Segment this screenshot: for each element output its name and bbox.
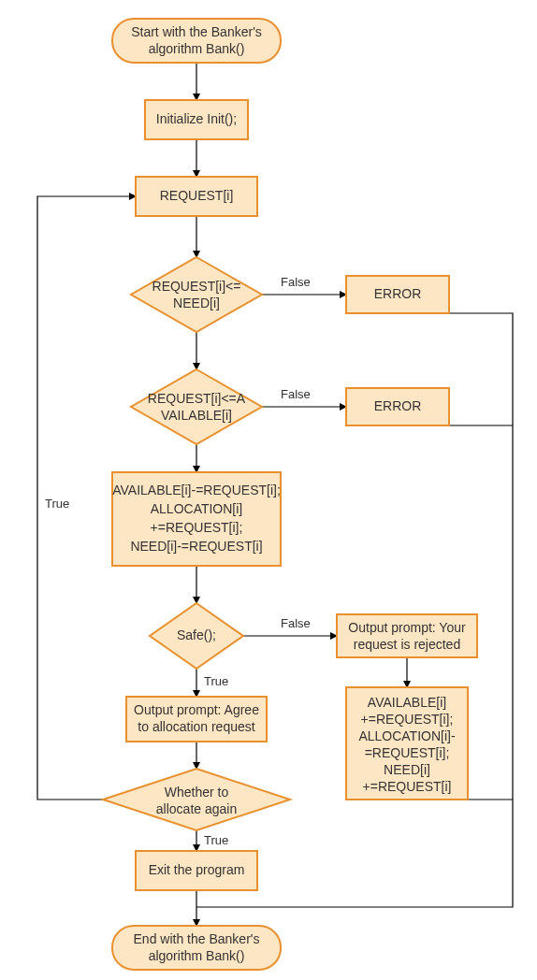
- svg-text:Exit the program: Exit the program: [149, 862, 245, 877]
- svg-text:VAILABLE[i]: VAILABLE[i]: [161, 408, 232, 423]
- terminator-start: Start with the Banker's algorithm Bank(): [112, 19, 281, 63]
- label-true: True: [204, 833, 228, 847]
- svg-text:REQUEST[i]<=A: REQUEST[i]<=A: [148, 391, 246, 406]
- svg-text:+=REQUEST[i];: +=REQUEST[i];: [361, 712, 454, 727]
- svg-text:Safe();: Safe();: [177, 627, 216, 642]
- svg-text:ALLOCATION[i]: ALLOCATION[i]: [151, 501, 243, 516]
- decision-safe: Safe();: [150, 603, 243, 669]
- svg-text:to allocation request: to allocation request: [138, 719, 254, 734]
- process-init: Initialize Init();: [145, 100, 248, 139]
- process-exit: Exit the program: [136, 851, 257, 890]
- svg-text:Start with the Banker's: Start with the Banker's: [131, 24, 262, 39]
- process-error-2: ERROR: [346, 388, 449, 425]
- svg-text:AVAILABLE[i]: AVAILABLE[i]: [368, 695, 446, 710]
- svg-text:allocate again: allocate again: [156, 801, 237, 816]
- decision-need: REQUEST[i]<= NEED[i]: [131, 257, 262, 332]
- svg-text:=REQUEST[i];: =REQUEST[i];: [365, 745, 450, 760]
- process-error-1: ERROR: [346, 276, 449, 313]
- svg-text:ERROR: ERROR: [374, 286, 422, 301]
- svg-text:End with the Banker's: End with the Banker's: [134, 931, 260, 946]
- svg-text:algorithm Bank(): algorithm Bank(): [149, 41, 245, 56]
- svg-text:NEED[i]: NEED[i]: [384, 762, 430, 777]
- label-false: False: [281, 616, 311, 630]
- svg-text:NEED[i]: NEED[i]: [173, 295, 220, 310]
- svg-text:ALLOCATION[i]-: ALLOCATION[i]-: [358, 728, 456, 743]
- process-allocate: AVAILABLE[i]-=REQUEST[i]; ALLOCATION[i] …: [112, 472, 281, 566]
- terminator-end: End with the Banker's algorithm Bank(): [112, 926, 281, 970]
- svg-text:NEED[i]-=REQUEST[i]: NEED[i]-=REQUEST[i]: [130, 539, 262, 554]
- label-false: False: [281, 275, 311, 289]
- svg-text:Output prompt: Agree: Output prompt: Agree: [134, 702, 259, 717]
- process-rollback: AVAILABLE[i] +=REQUEST[i]; ALLOCATION[i]…: [346, 687, 468, 800]
- svg-text:Whether to: Whether to: [165, 785, 229, 800]
- svg-text:Initialize Init();: Initialize Init();: [156, 111, 237, 126]
- label-true: True: [204, 674, 228, 688]
- label-true: True: [45, 497, 69, 511]
- svg-text:algorithm Bank(): algorithm Bank(): [149, 948, 245, 963]
- label-false: False: [281, 387, 311, 401]
- svg-text:+=REQUEST[i]: +=REQUEST[i]: [363, 779, 452, 794]
- svg-text:ERROR: ERROR: [374, 398, 422, 413]
- svg-text:request is rejected: request is rejected: [354, 637, 460, 652]
- process-reject: Output prompt: Your request is rejected: [337, 614, 477, 657]
- decision-again: Whether to allocate again: [103, 769, 290, 830]
- process-request: REQUEST[i]: [136, 177, 257, 216]
- svg-text:REQUEST[i]: REQUEST[i]: [160, 188, 234, 203]
- svg-marker-37: [103, 769, 290, 830]
- svg-text:Output prompt: Your: Output prompt: Your: [348, 620, 466, 635]
- svg-text:AVAILABLE[i]-=REQUEST[i];: AVAILABLE[i]-=REQUEST[i];: [112, 483, 281, 497]
- svg-text:REQUEST[i]<=: REQUEST[i]<=: [152, 279, 241, 294]
- decision-available: REQUEST[i]<=A VAILABLE[i]: [131, 369, 262, 444]
- process-agree: Output prompt: Agree to allocation reque…: [126, 697, 267, 742]
- svg-text:+=REQUEST[i];: +=REQUEST[i];: [151, 520, 243, 535]
